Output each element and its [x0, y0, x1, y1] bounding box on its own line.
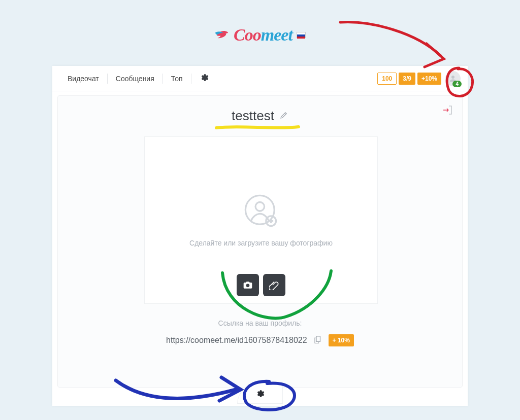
bird-icon — [214, 27, 230, 43]
badge-bonus[interactable]: +10% — [417, 73, 441, 85]
photo-actions — [145, 274, 377, 296]
nav-videochat[interactable]: Видеочат — [59, 75, 107, 83]
brand-part-1: Coo — [234, 25, 261, 44]
svg-point-0 — [245, 195, 274, 224]
nav-top[interactable]: Топ — [163, 75, 191, 83]
photo-upload-box: Сделайте или загрузите вашу фотографию — [144, 136, 378, 304]
username-row: testtest — [58, 108, 462, 124]
profile-link-url: https://coomeet.me/id16075878418022 — [166, 336, 307, 345]
pencil-icon — [279, 111, 288, 120]
nav-settings[interactable] — [191, 73, 217, 84]
avatar-count: 4 — [452, 81, 462, 87]
bonus-button[interactable]: + 10% — [329, 334, 354, 346]
paperclip-icon — [269, 280, 279, 290]
brand-header: Coomeet — [0, 25, 520, 45]
upload-photo-button[interactable] — [263, 274, 285, 296]
brand-part-2: meet — [261, 25, 292, 44]
camera-icon — [243, 280, 253, 290]
gear-icon — [200, 73, 209, 82]
gear-icon — [255, 389, 265, 398]
top-nav: Видеочат Сообщения Топ 100 3/9 +10% 4 — [52, 66, 468, 91]
brand-wordmark: Coomeet — [234, 25, 292, 45]
main-card: Видеочат Сообщения Топ 100 3/9 +10% 4 t — [52, 66, 468, 406]
flag-ru-icon[interactable] — [297, 32, 306, 38]
profile-link-row: https://coomeet.me/id16075878418022 + 10… — [58, 334, 462, 346]
badge-ratio[interactable]: 3/9 — [399, 73, 415, 85]
profile-panel: testtest Сделайте или загрузите вашу фот… — [57, 95, 463, 388]
avatar-placeholder-icon — [243, 193, 279, 229]
nav-messages[interactable]: Сообщения — [108, 75, 162, 83]
profile-link-caption: Ссылка на ваш профиль: — [58, 319, 462, 327]
take-photo-button[interactable] — [237, 274, 259, 296]
svg-point-1 — [255, 202, 265, 212]
nav-badges: 100 3/9 +10% — [377, 73, 441, 85]
copy-icon — [313, 335, 322, 344]
edit-username-button[interactable] — [279, 111, 288, 122]
badge-minutes[interactable]: 100 — [377, 73, 397, 85]
copy-link-button[interactable] — [313, 335, 322, 346]
photo-caption: Сделайте или загрузите вашу фотографию — [189, 239, 333, 247]
avatar[interactable]: 4 — [445, 71, 461, 86]
username: testtest — [232, 108, 274, 124]
